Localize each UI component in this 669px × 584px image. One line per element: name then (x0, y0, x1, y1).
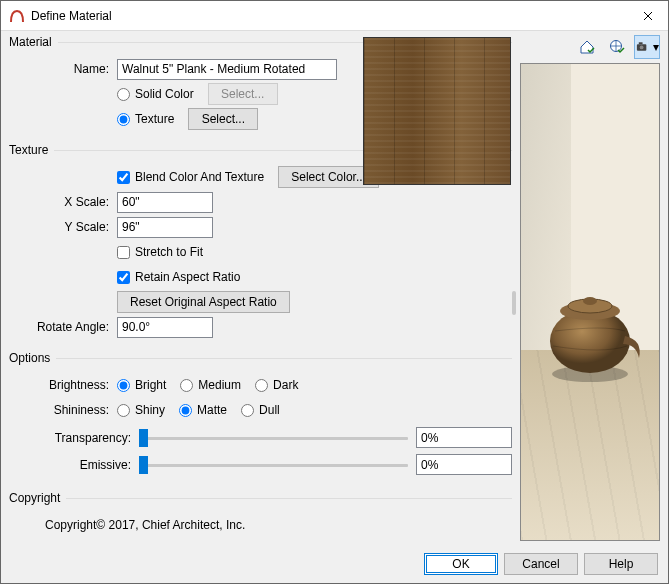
preview-pane (520, 63, 660, 541)
close-button[interactable] (628, 1, 668, 31)
blend-checkbox[interactable]: Blend Color And Texture (117, 170, 264, 184)
options-group: Options Brightness: Bright Medium Dark S… (9, 351, 512, 489)
retain-aspect-checkbox[interactable]: Retain Aspect Ratio (117, 270, 240, 284)
rotate-label: Rotate Angle: (9, 320, 117, 334)
splitter-handle[interactable] (512, 291, 516, 315)
solid-color-radio[interactable]: Solid Color (117, 87, 194, 101)
brightness-dark-radio[interactable]: Dark (255, 378, 298, 392)
texture-select-button[interactable]: Select... (188, 108, 258, 130)
stretch-checkbox[interactable]: Stretch to Fit (117, 245, 203, 259)
shininess-dull-radio[interactable]: Dull (241, 403, 280, 417)
yscale-input[interactable] (117, 217, 213, 238)
yscale-label: Y Scale: (9, 220, 117, 234)
chevron-down-icon: ▾ (653, 40, 659, 54)
brightness-label: Brightness: (9, 378, 117, 392)
options-legend: Options (9, 351, 56, 365)
transparency-slider[interactable] (139, 428, 408, 448)
name-label: Name: (9, 62, 117, 76)
titlebar: Define Material (1, 1, 668, 31)
copyright-text: Copyright© 2017, Chief Architect, Inc. (45, 518, 245, 532)
preview-toolbar: ▾ (520, 35, 660, 59)
camera-dropdown-icon[interactable]: ▾ (634, 35, 660, 59)
transparency-label: Transparency: (9, 431, 139, 445)
shininess-matte-radio[interactable]: Matte (179, 403, 227, 417)
house-check-icon[interactable] (574, 35, 600, 59)
brightness-bright-radio[interactable]: Bright (117, 378, 166, 392)
reset-aspect-button[interactable]: Reset Original Aspect Ratio (117, 291, 290, 313)
window-title: Define Material (31, 9, 628, 23)
svg-rect-3 (639, 42, 643, 44)
app-logo-icon (9, 8, 25, 24)
transparency-input[interactable] (416, 427, 512, 448)
material-legend: Material (9, 35, 58, 49)
xscale-input[interactable] (117, 192, 213, 213)
copyright-group: Copyright Copyright© 2017, Chief Archite… (9, 491, 512, 547)
texture-swatch (363, 37, 511, 185)
emissive-slider[interactable] (139, 455, 408, 475)
shininess-shiny-radio[interactable]: Shiny (117, 403, 165, 417)
rotate-input[interactable] (117, 317, 213, 338)
shininess-label: Shininess: (9, 403, 117, 417)
cancel-button[interactable]: Cancel (504, 553, 578, 575)
xscale-label: X Scale: (9, 195, 117, 209)
dialog-footer: OK Cancel Help (1, 545, 668, 583)
ok-button[interactable]: OK (424, 553, 498, 575)
emissive-label: Emissive: (9, 458, 139, 472)
texture-radio[interactable]: Texture (117, 112, 174, 126)
teapot-preview-icon (535, 276, 645, 386)
brightness-medium-radio[interactable]: Medium (180, 378, 241, 392)
solid-select-button: Select... (208, 83, 278, 105)
help-button[interactable]: Help (584, 553, 658, 575)
copyright-legend: Copyright (9, 491, 66, 505)
svg-point-8 (583, 297, 597, 305)
emissive-input[interactable] (416, 454, 512, 475)
globe-check-icon[interactable] (604, 35, 630, 59)
name-input[interactable] (117, 59, 337, 80)
svg-point-2 (640, 46, 644, 50)
texture-legend: Texture (9, 143, 54, 157)
